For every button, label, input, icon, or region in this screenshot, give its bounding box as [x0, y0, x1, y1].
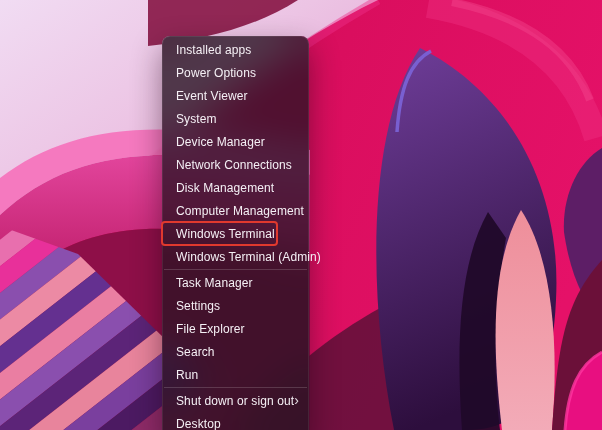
menu-item-label: Computer Management — [176, 204, 304, 218]
menu-item-file-explorer[interactable]: File Explorer — [163, 317, 308, 340]
menu-item-label: Windows Terminal — [176, 227, 275, 241]
menu-item-label: Disk Management — [176, 181, 274, 195]
chevron-right-icon: › — [294, 393, 299, 407]
menu-item-disk-management[interactable]: Disk Management — [163, 176, 308, 199]
menu-separator — [164, 269, 307, 270]
menu-item-label: Desktop — [176, 417, 221, 430]
menu-item-installed-apps[interactable]: Installed apps — [163, 38, 308, 61]
menu-item-system[interactable]: System — [163, 107, 308, 130]
menu-item-event-viewer[interactable]: Event Viewer — [163, 84, 308, 107]
desktop[interactable]: Installed apps Power Options Event Viewe… — [0, 0, 602, 430]
menu-item-task-manager[interactable]: Task Manager — [163, 271, 308, 294]
menu-item-label: Power Options — [176, 66, 256, 80]
menu-item-label: Shut down or sign out — [176, 394, 294, 408]
menu-item-computer-management[interactable]: Computer Management — [163, 199, 308, 222]
menu-item-label: Windows Terminal (Admin) — [176, 250, 321, 264]
menu-item-label: Settings — [176, 299, 220, 313]
menu-item-label: Installed apps — [176, 43, 251, 57]
menu-item-label: System — [176, 112, 217, 126]
menu-item-label: Network Connections — [176, 158, 292, 172]
menu-item-search[interactable]: Search — [163, 340, 308, 363]
menu-item-windows-terminal[interactable]: Windows Terminal — [163, 222, 308, 245]
winx-power-user-menu: Installed apps Power Options Event Viewe… — [162, 36, 309, 430]
menu-item-power-options[interactable]: Power Options — [163, 61, 308, 84]
menu-item-label: Device Manager — [176, 135, 265, 149]
menu-item-shutdown-or-sign-out[interactable]: Shut down or sign out › — [163, 389, 308, 412]
menu-item-desktop[interactable]: Desktop — [163, 412, 308, 430]
menu-item-device-manager[interactable]: Device Manager — [163, 130, 308, 153]
menu-item-label: Task Manager — [176, 276, 253, 290]
menu-item-settings[interactable]: Settings — [163, 294, 308, 317]
menu-item-label: Search — [176, 345, 215, 359]
menu-item-label: Run — [176, 368, 198, 382]
menu-item-windows-terminal-admin[interactable]: Windows Terminal (Admin) — [163, 245, 308, 268]
menu-item-label: File Explorer — [176, 322, 245, 336]
menu-item-network-connections[interactable]: Network Connections — [163, 153, 308, 176]
menu-item-run[interactable]: Run — [163, 363, 308, 386]
menu-separator — [164, 387, 307, 388]
menu-item-label: Event Viewer — [176, 89, 248, 103]
